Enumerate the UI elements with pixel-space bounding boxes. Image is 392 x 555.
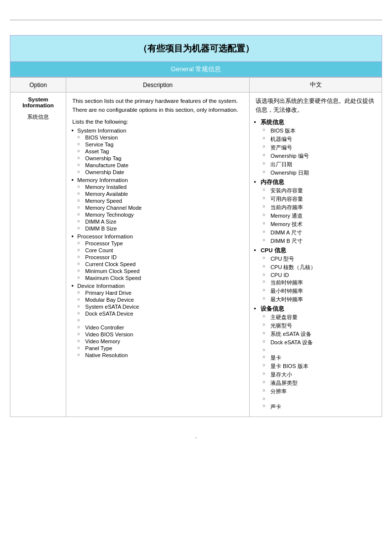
bottom-dot: .	[10, 432, 382, 440]
cn-sub-item: Ownership 编号	[270, 152, 376, 160]
cn-sub-item: 当前时钟频率	[270, 279, 376, 286]
cn-sub-item: 显存大小	[270, 371, 376, 378]
cn-sub-item: 显卡	[270, 354, 376, 362]
top-line	[10, 20, 382, 20]
cn-sub-item: 出厂日期	[270, 161, 376, 168]
cn-intro: 该选项列出系统的主要硬件信息。此处仅提供信息，无法修改。	[256, 96, 376, 115]
section-header: General 常规信息	[10, 62, 382, 77]
chinese-cell: 该选项列出系统的主要硬件信息。此处仅提供信息，无法修改。 系统信息 BIOS 版…	[250, 92, 382, 417]
desc-intro: This section lists out the primary hardw…	[72, 96, 243, 115]
option-cell: System Information 系统信息	[10, 92, 66, 417]
col-header-description: Description	[66, 78, 250, 92]
cn-sub-list-system: BIOS 版本 机器编号 资产编号 Ownership 编号 出厂日期 Owne…	[261, 127, 376, 177]
sub-item: Current Clock Speed	[85, 261, 243, 267]
table-row: System Information 系统信息 This section lis…	[10, 92, 382, 417]
cn-sub-list-device: 主硬盘容量 光驱型号 系统 eSATA 设备 Dock eSATA 设备 显卡 …	[261, 314, 376, 411]
sub-item: Dock eSATA Device	[85, 311, 243, 317]
sub-item: Video Memory	[85, 338, 243, 344]
cn-sub-item: Memory 通道	[270, 212, 376, 220]
sub-item: Memory Technology	[85, 212, 243, 218]
cn-sub-list-memory: 安装内存容量 可用内容容量 当前内存频率 Memory 通道 Memory 技术…	[261, 187, 376, 245]
sub-item: Ownership Tag	[85, 155, 243, 161]
sub-item: Native Resolution	[85, 352, 243, 358]
list-item-memory-info: Memory Information Memory Installed Memo…	[77, 177, 243, 231]
cn-sub-item: 最小时钟频率	[270, 287, 376, 295]
cn-sub-item: Memory 技术	[270, 221, 376, 228]
list-item-processor-info: Processor Information Processor Type Cor…	[77, 233, 243, 281]
sub-item: Primary Hard Drive	[85, 290, 243, 296]
cn-sub-item: 资产编号	[270, 144, 376, 151]
sub-item: Processor ID	[85, 254, 243, 260]
list-item-device-info: Device Information Primary Hard Drive Mo…	[77, 283, 243, 358]
cn-sub-item: 声卡	[270, 403, 376, 411]
sub-item: Memory Installed	[85, 184, 243, 190]
sub-item: DIMM B Size	[85, 226, 243, 231]
sub-list-system: BIOS Version Service Tag Asset Tag Owner…	[77, 135, 243, 175]
sub-item: DIMM A Size	[85, 219, 243, 225]
cn-sub-item: Ownership 日期	[270, 169, 376, 177]
cn-sub-item: CPU 型号	[270, 255, 376, 263]
sub-item: Memory Channel Mode	[85, 205, 243, 211]
cn-sub-item: 光驱型号	[270, 322, 376, 329]
cn-sub-item: CPU 核数（几核）	[270, 264, 376, 271]
sub-item: Video Controller	[85, 324, 243, 330]
sub-item: Ownership Date	[85, 169, 243, 175]
page-title: （有些项目为机器可选配置）	[10, 35, 382, 62]
sub-list-device: Primary Hard Drive Modular Bay Device Sy…	[77, 290, 243, 358]
cn-sub-item: BIOS 版本	[270, 127, 376, 135]
cn-sub-item: 显卡 BIOS 版本	[270, 363, 376, 370]
sub-item-empty	[85, 318, 243, 324]
col-header-chinese: 中文	[250, 78, 382, 92]
cn-sub-item: 液晶屏类型	[270, 379, 376, 387]
option-sub-label: 系统信息	[16, 113, 60, 121]
sub-item: Video BIOS Version	[85, 331, 243, 337]
sub-list-processor: Processor Type Core Count Processor ID C…	[77, 240, 243, 281]
cn-list-header: 设备信息	[261, 306, 284, 312]
sub-item: Manufacture Date	[85, 162, 243, 168]
cn-list-header: 内存信息	[261, 179, 284, 185]
cn-sub-item: DIMM B 尺寸	[270, 237, 376, 245]
cn-sub-item: DIMM A 尺寸	[270, 229, 376, 236]
sub-item: Modular Bay Device	[85, 297, 243, 303]
list-item-system-info: System Information BIOS Version Service …	[77, 128, 243, 175]
sub-item: Maximum Clock Speed	[85, 275, 243, 281]
sub-item: Memory Speed	[85, 198, 243, 204]
sub-item: Minimum Clock Speed	[85, 268, 243, 274]
cn-sub-item: 最大时钟频率	[270, 296, 376, 303]
cn-sub-item: 机器编号	[270, 136, 376, 143]
cn-sub-item: 分辨率	[270, 388, 376, 395]
cn-bullet-list: 系统信息 BIOS 版本 机器编号 资产编号 Ownership 编号 出厂日期…	[256, 119, 376, 411]
sub-item: Panel Type	[85, 345, 243, 351]
option-main-label: System Information	[16, 96, 60, 108]
page-wrapper: （有些项目为机器可选配置） General 常规信息 Option Descri…	[0, 0, 392, 460]
cn-list-header: 系统信息	[261, 119, 284, 125]
list-item-label: Device Information	[77, 283, 125, 289]
cn-sub-item-empty	[270, 396, 376, 402]
cn-list-item-memory: 内存信息 安装内存容量 可用内容容量 当前内存频率 Memory 通道 Memo…	[261, 179, 376, 245]
sub-list-memory: Memory Installed Memory Available Memory…	[77, 184, 243, 231]
main-table: Option Description 中文 System Information…	[10, 77, 382, 417]
cn-sub-item: 系统 eSATA 设备	[270, 330, 376, 338]
cn-list-item-system: 系统信息 BIOS 版本 机器编号 资产编号 Ownership 编号 出厂日期…	[261, 119, 376, 177]
cn-sub-item-empty	[270, 347, 376, 353]
cn-sub-list-cpu: CPU 型号 CPU 核数（几核） CPU ID 当前时钟频率 最小时钟频率 最…	[261, 255, 376, 303]
sub-item: BIOS Version	[85, 135, 243, 140]
cn-sub-item: 主硬盘容量	[270, 314, 376, 321]
cn-list-item-device: 设备信息 主硬盘容量 光驱型号 系统 eSATA 设备 Dock eSATA 设…	[261, 305, 376, 411]
cn-sub-item: 安装内存容量	[270, 187, 376, 194]
description-cell: This section lists out the primary hardw…	[66, 92, 250, 417]
list-item-label: Processor Information	[77, 233, 133, 239]
sub-item: Core Count	[85, 247, 243, 253]
cn-sub-item: CPU ID	[270, 272, 376, 278]
sub-item: Memory Available	[85, 191, 243, 197]
desc-bullet-list: System Information BIOS Version Service …	[72, 128, 243, 358]
list-item-label: Memory Information	[77, 177, 128, 183]
sub-item: System eSATA Device	[85, 304, 243, 310]
desc-lists-label: Lists the the following:	[72, 119, 243, 125]
sub-item: Asset Tag	[85, 148, 243, 154]
col-header-option: Option	[10, 78, 66, 92]
cn-list-item-cpu: CPU 信息 CPU 型号 CPU 核数（几核） CPU ID 当前时钟频率 最…	[261, 247, 376, 303]
cn-sub-item: 当前内存频率	[270, 204, 376, 211]
list-item-label: System Information	[77, 128, 126, 134]
sub-item: Service Tag	[85, 141, 243, 147]
